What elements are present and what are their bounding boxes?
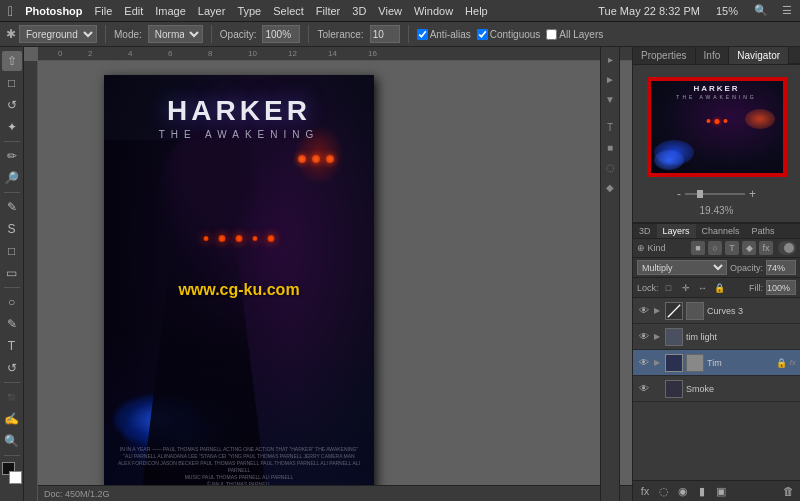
dodge-tool[interactable]: ○ bbox=[2, 292, 22, 312]
menu-filter[interactable]: Filter bbox=[316, 5, 340, 17]
new-group-button[interactable]: ▮ bbox=[694, 483, 710, 499]
apple-menu[interactable]:  bbox=[8, 3, 13, 19]
layer-visibility-icon[interactable]: 👁 bbox=[637, 304, 651, 318]
pen-tool[interactable]: ✎ bbox=[2, 314, 22, 334]
panel-toggle-5[interactable]: ■ bbox=[602, 139, 618, 155]
lasso-tool[interactable]: ↺ bbox=[2, 95, 22, 115]
eraser-tool[interactable]: □ bbox=[2, 241, 22, 261]
navigator-thumbnail[interactable]: HARKER THE AWAKENING bbox=[647, 77, 787, 177]
layer-item[interactable]: 👁 Smoke bbox=[633, 376, 800, 402]
menu-type[interactable]: Type bbox=[237, 5, 261, 17]
brush-tool[interactable]: ✎ bbox=[2, 197, 22, 217]
menu-select[interactable]: Select bbox=[273, 5, 304, 17]
filter-toggle-thumb bbox=[784, 243, 794, 253]
document-canvas[interactable]: HARKER THE AWAKENING bbox=[104, 75, 374, 501]
background-color[interactable] bbox=[9, 471, 22, 484]
layer-visibility-icon[interactable]: 👁 bbox=[637, 382, 651, 396]
layer-visibility-icon[interactable]: 👁 bbox=[637, 356, 651, 370]
opacity-input[interactable] bbox=[262, 25, 300, 43]
filter-toggle[interactable] bbox=[778, 241, 796, 255]
add-mask-button[interactable]: ◌ bbox=[656, 483, 672, 499]
filter-fx-icon[interactable]: fx bbox=[759, 241, 773, 255]
panel-toggle-2[interactable]: ► bbox=[602, 71, 618, 87]
navigator-zoom-bar: - + bbox=[673, 185, 760, 203]
menu-layer[interactable]: Layer bbox=[198, 5, 226, 17]
blend-mode-select[interactable]: Multiply Normal Screen bbox=[637, 260, 727, 275]
new-layer-button[interactable]: ▣ bbox=[713, 483, 729, 499]
opacity-input[interactable] bbox=[766, 260, 796, 275]
filter-pixel-icon[interactable]: ■ bbox=[691, 241, 705, 255]
text-tool[interactable]: T bbox=[2, 336, 22, 356]
app-name[interactable]: Photoshop bbox=[25, 5, 82, 17]
panel-toggle-4[interactable]: T bbox=[602, 119, 618, 135]
tab-paths[interactable]: Paths bbox=[746, 224, 781, 238]
menu-edit[interactable]: Edit bbox=[124, 5, 143, 17]
fill-input[interactable] bbox=[766, 280, 796, 295]
lock-fill-row: Lock: □ ✛ ↔ 🔒 Fill: bbox=[633, 278, 800, 298]
mode-select[interactable]: Normal bbox=[148, 25, 203, 43]
zoom-out-icon[interactable]: - bbox=[677, 187, 681, 201]
menu-help[interactable]: Help bbox=[465, 5, 488, 17]
magic-wand-tool[interactable]: ✦ bbox=[2, 117, 22, 137]
layer-expand-icon[interactable]: ▶ bbox=[654, 306, 662, 315]
path-tool[interactable]: ↺ bbox=[2, 358, 22, 378]
gradient-tool[interactable]: ▭ bbox=[2, 263, 22, 283]
lock-position-icon[interactable]: ↔ bbox=[696, 281, 710, 295]
lock-all-icon[interactable]: 🔒 bbox=[713, 281, 727, 295]
move-tool[interactable]: ⇧ bbox=[2, 51, 22, 71]
menu-view[interactable]: View bbox=[378, 5, 402, 17]
tab-properties[interactable]: Properties bbox=[633, 47, 696, 64]
layer-item[interactable]: 👁 ▶ Curves 3 bbox=[633, 298, 800, 324]
search-icon[interactable]: 🔍 bbox=[754, 4, 768, 17]
anti-alias-checkbox[interactable] bbox=[417, 29, 428, 40]
panel-toggle-3[interactable]: ▼ bbox=[602, 91, 618, 107]
layer-visibility-icon[interactable]: 👁 bbox=[637, 330, 651, 344]
lock-pixels-icon[interactable]: ✛ bbox=[679, 281, 693, 295]
layer-expand-icon[interactable]: ▶ bbox=[654, 358, 662, 367]
zoom-tool[interactable]: 🔍 bbox=[2, 431, 22, 451]
menu-extra-icon[interactable]: ☰ bbox=[782, 4, 792, 17]
tab-channels[interactable]: Channels bbox=[696, 224, 746, 238]
add-layer-style-button[interactable]: fx bbox=[637, 483, 653, 499]
poster-eye-3 bbox=[326, 155, 334, 163]
filter-shape-icon[interactable]: ◆ bbox=[742, 241, 756, 255]
hand-tool[interactable]: ✍ bbox=[2, 409, 22, 429]
layer-thumbnail bbox=[665, 328, 683, 346]
menu-window[interactable]: Window bbox=[414, 5, 453, 17]
panel-toggle-1[interactable]: ▸ bbox=[602, 51, 618, 67]
tab-info[interactable]: Info bbox=[696, 47, 730, 64]
eyedropper-tool[interactable]: 🔎 bbox=[2, 168, 22, 188]
panel-toggle-7[interactable]: ◆ bbox=[602, 179, 618, 195]
zoom-percentage: 19.43% bbox=[700, 203, 734, 218]
contiguous-checkbox[interactable] bbox=[477, 29, 488, 40]
tools-panel: ⇧ □ ↺ ✦ ✏ 🔎 ✎ S □ ▭ ○ ✎ T ↺ ◾ ✍ 🔍 bbox=[0, 47, 24, 501]
layer-item-active[interactable]: 👁 ▶ Tim 🔒 fx bbox=[633, 350, 800, 376]
menu-file[interactable]: File bbox=[95, 5, 113, 17]
delete-layer-button[interactable]: 🗑 bbox=[780, 483, 796, 499]
all-layers-checkbox[interactable] bbox=[546, 29, 557, 40]
filter-type-icon[interactable]: T bbox=[725, 241, 739, 255]
layer-expand-icon[interactable]: ▶ bbox=[654, 332, 662, 341]
clone-tool[interactable]: S bbox=[2, 219, 22, 239]
lock-transparent-icon[interactable]: □ bbox=[662, 281, 676, 295]
menu-3d[interactable]: 3D bbox=[352, 5, 366, 17]
panel-tab-bar: Properties Info Navigator bbox=[633, 47, 800, 65]
tab-3d[interactable]: 3D bbox=[633, 224, 657, 238]
tab-layers[interactable]: Layers bbox=[657, 224, 696, 238]
crop-tool[interactable]: ✏ bbox=[2, 146, 22, 166]
canvas-area[interactable]: Harker_The_Awakening.psd @ 19.43% (Tim, … bbox=[24, 47, 632, 501]
filter-adjustment-icon[interactable]: ○ bbox=[708, 241, 722, 255]
foreground-select[interactable]: Foreground bbox=[19, 25, 97, 43]
layer-item[interactable]: 👁 ▶ tim light bbox=[633, 324, 800, 350]
marquee-tool[interactable]: □ bbox=[2, 73, 22, 93]
shape-tool[interactable]: ◾ bbox=[2, 387, 22, 407]
tolerance-input[interactable] bbox=[370, 25, 400, 43]
all-layers-label: All Layers bbox=[559, 29, 603, 40]
new-adjustment-button[interactable]: ◉ bbox=[675, 483, 691, 499]
panel-toggle-6[interactable]: ◌ bbox=[602, 159, 618, 175]
zoom-slider[interactable] bbox=[685, 193, 745, 195]
clock: Tue May 22 8:32 PM bbox=[598, 5, 700, 17]
menu-image[interactable]: Image bbox=[155, 5, 186, 17]
tab-navigator[interactable]: Navigator bbox=[729, 47, 789, 64]
zoom-in-icon[interactable]: + bbox=[749, 187, 756, 201]
